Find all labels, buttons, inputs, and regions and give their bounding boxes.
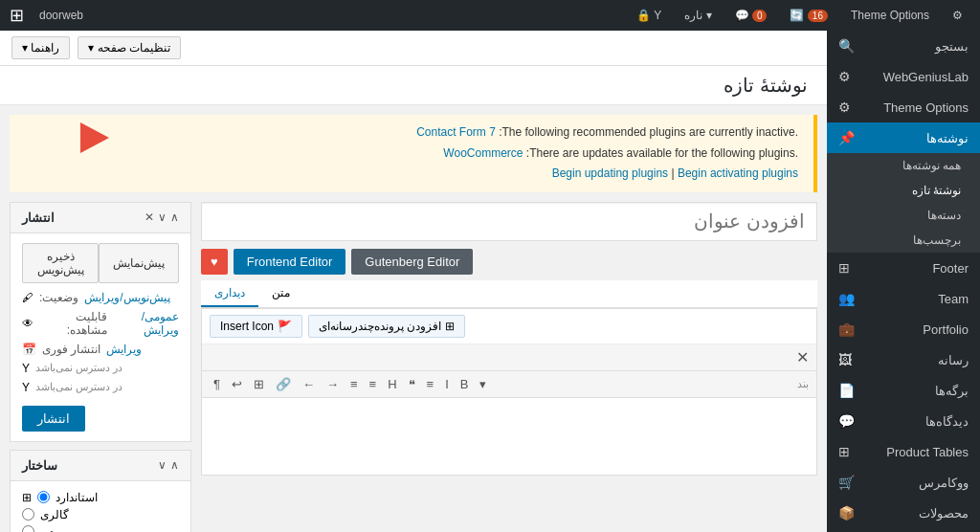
status-edit-link[interactable]: پیش‌نویس/ویرایش (84, 291, 169, 304)
sidebar-item-categories[interactable]: دسته‌ها (827, 203, 980, 228)
link-tool[interactable]: 🔗 (272, 375, 295, 393)
admin-bar-updates[interactable]: 🔄 16 (782, 9, 835, 22)
add-media-button[interactable]: ⊞ افزودن پرونده‌چندرسانه‌ای (308, 315, 465, 338)
sidebar-item-product-tables[interactable]: Product Tables ⊞ (827, 436, 980, 467)
sidebar-item-team[interactable]: Team 👥 (827, 283, 980, 314)
search-icon: 🔍 (838, 38, 855, 54)
sidebar-submenu-posts: همه نوشته‌ها نوشتهٔ تازه دسته‌ها برچسب‌ه… (827, 153, 980, 253)
bold-tool[interactable]: B (457, 375, 473, 393)
sidebar-item-woocommerce[interactable]: ووکامرس 🛒 (827, 467, 980, 498)
visibility-field-row: عمومی/ویرایش قابلیت مشاهده: 👁 (22, 310, 179, 337)
sidebar-item-media[interactable]: رسانه 🖼 (827, 344, 980, 375)
page-title: نوشتهٔ تازه (19, 74, 808, 97)
editor-content-area[interactable] (202, 398, 816, 475)
align-left-tool[interactable]: ← (299, 375, 319, 393)
publish-panel: ∧ ∨ ✕ انتشار پیش‌نمایش ذخیره پیش‌نویس پی… (10, 202, 191, 442)
sidebar-item-theme-options[interactable]: Theme Options ⚙ (827, 92, 980, 122)
wp-logo-icon[interactable]: ⊞ (10, 5, 24, 26)
align-right-tool[interactable]: → (323, 375, 343, 393)
begin-updating-link[interactable]: Begin updating plugins (552, 166, 668, 180)
format-panel-down-button[interactable]: ∨ (158, 458, 167, 472)
panel-hide-button[interactable]: ✕ (145, 211, 154, 224)
sidebar-label-pages: برگه‌ها (860, 384, 969, 398)
visibility-edit-link[interactable]: عمومی/ویرایش (113, 310, 179, 337)
heart-button[interactable]: ♥ (201, 249, 228, 275)
format-standard-radio[interactable] (37, 491, 50, 503)
preview-button[interactable]: پیش‌نمایش (99, 243, 179, 283)
sidebar-label-theme-options: Theme Options (857, 100, 969, 115)
list2-tool[interactable]: ≡ (366, 375, 381, 393)
format-gallery-radio[interactable] (22, 508, 34, 521)
date-edit-link[interactable]: ویرایش (106, 343, 142, 356)
post-title-input[interactable] (201, 202, 817, 241)
tab-text[interactable]: متن (258, 280, 303, 307)
notice-line1: Contact Form 7 :The following recommende… (25, 122, 798, 144)
sidebar-item-portfolio[interactable]: Portfolio 💼 (827, 314, 980, 344)
publish-panel-body: پیش‌نمایش ذخیره پیش‌نویس پیش‌نویس/ویرایش… (11, 233, 190, 441)
grid-tool[interactable]: ⊞ (250, 375, 268, 393)
format-standard-label: استاندارد (56, 491, 98, 504)
admin-bar-nare[interactable]: ناره ▾ (677, 9, 719, 22)
insert-icon-button[interactable]: 🚩 Insert Icon (210, 315, 302, 338)
products-icon: 📦 (838, 505, 855, 521)
format-video-radio[interactable] (22, 525, 34, 532)
toolbar-right-label: بند (797, 378, 809, 390)
italic-tool[interactable]: I (441, 375, 453, 393)
sidebar-item-products[interactable]: محصولات 📦 (827, 498, 980, 528)
format-panel-body: استاندارد ⊞ گالری ویدیو (11, 481, 190, 532)
admin-bar-theme-options[interactable]: Theme Options (843, 9, 937, 22)
insert-icon-label: Insert Icon (220, 320, 274, 333)
contact-form-link[interactable]: Contact Form 7 (416, 125, 496, 139)
sidebar-item-search[interactable]: بستجو 🔍 (827, 31, 980, 61)
admin-bar-comments[interactable]: 💬 0 (727, 9, 775, 22)
format-panel-header[interactable]: ∧ ∨ ساختار (11, 451, 190, 481)
woocommerce-icon: 🛒 (838, 475, 855, 490)
frontend-editor-button[interactable]: Frontend Editor (234, 249, 346, 275)
sidebar-label-categories: دسته‌ها (846, 209, 961, 222)
close-editor-button[interactable]: ✕ (796, 348, 809, 366)
blockquote-tool[interactable]: ❝ (405, 375, 419, 393)
panel-up-button[interactable]: ∧ (170, 211, 179, 224)
publish-btn-row: انتشار (22, 400, 179, 432)
sidebar-item-tags[interactable]: برچسب‌ها (827, 228, 980, 253)
format-gallery-row: گالری (22, 508, 179, 521)
panel-down-button[interactable]: ∨ (158, 211, 167, 224)
seo-icon: Y (22, 362, 30, 375)
format-panel-up-button[interactable]: ∧ (170, 458, 179, 472)
paragraph-tool[interactable]: ¶ (210, 375, 224, 393)
sidebar-item-webgeniuslab[interactable]: WebGeniusLab ⚙ (827, 61, 980, 92)
format-panel-controls: ∧ ∨ (158, 458, 179, 472)
save-draft-button[interactable]: ذخیره پیش‌نویس (22, 243, 99, 283)
sidebar-label-tags: برچسب‌ها (846, 233, 961, 247)
tab-visual[interactable]: دیداری (201, 280, 258, 307)
admin-bar-gear-icon[interactable]: ⚙ (945, 9, 970, 22)
sidebar-item-new-post[interactable]: نوشتهٔ تازه (827, 178, 980, 203)
woocommerce-link[interactable]: WooCommerce (443, 146, 523, 160)
sidebar-item-comments[interactable]: دیدگاه‌ها 💬 (827, 406, 980, 436)
status-label: وضعیت: (39, 291, 78, 304)
sidebar-item-footer[interactable]: Footer ⊞ (827, 253, 980, 283)
heading-tool[interactable]: H (384, 375, 400, 393)
list-tool[interactable]: ≡ (346, 375, 362, 393)
media-plus-icon: ⊞ (445, 320, 455, 333)
sidebar-item-analytics[interactable]: تجربه و تحلیل 📊 (827, 528, 980, 532)
sidebar-item-pages[interactable]: برگه‌ها 📄 (827, 375, 980, 406)
theme-options-icon: ⚙ (838, 100, 851, 115)
settings-page-button[interactable]: تنظیمات صفحه ▾ (78, 36, 181, 59)
undo-tool[interactable]: ↩ (228, 375, 246, 393)
publish-button[interactable]: انتشار (22, 406, 85, 432)
gutenberg-editor-button[interactable]: Gutenberg Editor (351, 249, 473, 275)
sidebar-label-products: محصولات (860, 506, 969, 521)
publish-panel-header[interactable]: ∧ ∨ ✕ انتشار (11, 203, 190, 233)
admin-bar-site[interactable]: doorweb (32, 9, 91, 22)
readability-value: در دسترس نمی‌باشد (35, 381, 122, 393)
portfolio-icon: 💼 (838, 321, 855, 337)
more-tool[interactable]: ▾ (476, 375, 490, 393)
begin-activating-link[interactable]: Begin activating plugins (678, 166, 798, 180)
sidebar-item-all-posts[interactable]: همه نوشته‌ها (827, 153, 980, 178)
standard-icon: ⊞ (22, 491, 32, 504)
code-tool[interactable]: ≡ (423, 375, 438, 393)
sidebar-item-posts[interactable]: نوشته‌ها 📌 (827, 122, 980, 153)
close-row: ✕ (202, 344, 816, 371)
guide-button[interactable]: راهنما ▾ (11, 36, 70, 59)
